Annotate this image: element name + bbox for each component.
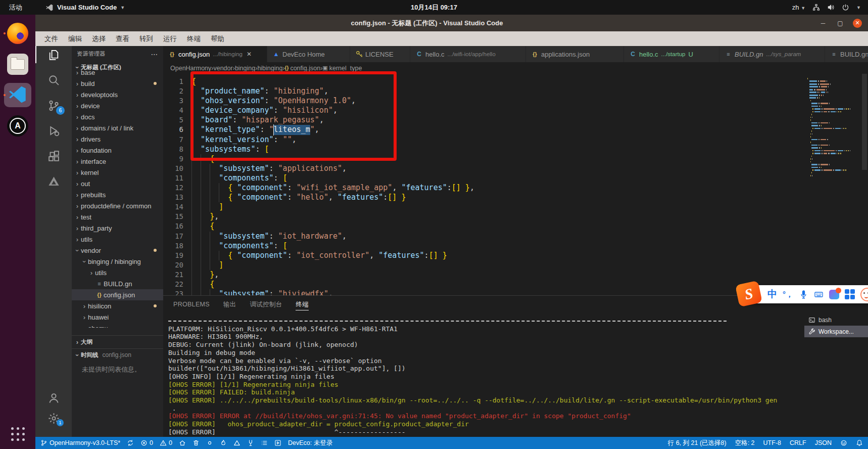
- terminal-session-Workspace[interactable]: Workspace...: [804, 326, 868, 337]
- status-tri[interactable]: [233, 439, 240, 446]
- status-0[interactable]: 0: [140, 439, 153, 446]
- status-bell[interactable]: [856, 439, 863, 446]
- ime-emoji-icon[interactable]: [860, 288, 868, 301]
- close-button[interactable]: ✕: [853, 19, 862, 28]
- app-menu-button[interactable]: Visual Studio Code ▼: [45, 4, 125, 12]
- status-circle[interactable]: [206, 439, 213, 446]
- microphone-icon[interactable]: [799, 290, 808, 299]
- network-icon[interactable]: [812, 4, 820, 11]
- panel-tab-PROBLEMS[interactable]: PROBLEMS: [173, 296, 210, 313]
- tab-LICENSE-2[interactable]: LICENSE: [350, 46, 410, 62]
- tree-item-out[interactable]: ›out: [72, 178, 163, 189]
- ime-mode-toggle[interactable]: 中: [767, 288, 777, 301]
- tree-item-third_party[interactable]: ›third_party: [72, 222, 163, 234]
- run-debug-activity-button[interactable]: [35, 124, 72, 137]
- breadcrumb-item-OpenHarmony[interactable]: OpenHarmony: [170, 65, 211, 72]
- outline-section-header[interactable]: ›大纲: [72, 335, 163, 348]
- search-activity-button[interactable]: [35, 73, 72, 86]
- dock-vscode[interactable]: [4, 83, 31, 107]
- tree-item-kernel[interactable]: ›kernel: [72, 167, 163, 178]
- tab-hello-c-3[interactable]: Chello.c.../wifi-iot/app/hello: [410, 46, 526, 62]
- breadcrumb-item-vendor[interactable]: vendor: [213, 65, 232, 72]
- dock-a-app[interactable]: A: [4, 114, 31, 138]
- breadcrumb-item-kernel_type[interactable]: ▣kernel_type: [322, 65, 362, 72]
- tree-item-base[interactable]: ›base: [72, 67, 163, 78]
- dock-firefox[interactable]: [4, 21, 31, 46]
- status-CRLF[interactable]: CRLF: [790, 439, 806, 446]
- deveco-activity-button[interactable]: [35, 174, 72, 188]
- breadcrumb-item-binging[interactable]: binging: [235, 65, 255, 72]
- status-0[interactable]: 0: [160, 439, 172, 446]
- terminal-session-bash[interactable]: bash: [804, 314, 868, 326]
- keyboard-icon[interactable]: [814, 290, 824, 299]
- tab-config-json-0[interactable]: {}config.json.../hibinging✕: [163, 46, 267, 62]
- tab-BUILD-gn-7[interactable]: ≡BUILD.gn.../: [825, 46, 868, 62]
- tab-hello-c-5[interactable]: Chello.c.../startupU: [624, 46, 719, 62]
- status-trash[interactable]: [192, 439, 200, 446]
- status-UTF-8[interactable]: UTF-8: [763, 439, 781, 446]
- tab-applications-json-4[interactable]: {}applications.json: [526, 46, 624, 62]
- more-actions-icon[interactable]: ⋯: [151, 50, 158, 58]
- power-icon[interactable]: [842, 4, 849, 11]
- menu-选择[interactable]: 选择: [87, 34, 111, 43]
- panel-tab-终端[interactable]: 终端: [296, 296, 309, 313]
- close-tab-icon[interactable]: ✕: [247, 51, 252, 58]
- title-bar[interactable]: config.json - 无标题 (工作区) - Visual Studio …: [35, 15, 868, 31]
- tree-item-productdefine-common[interactable]: ›productdefine / common: [72, 200, 163, 211]
- menu-编辑[interactable]: 编辑: [63, 34, 87, 43]
- tree-item-config-json[interactable]: {}config.json: [72, 289, 163, 300]
- tree-item-utils[interactable]: ›utils: [72, 267, 163, 278]
- code-editor[interactable]: 1{2 "product_name": "hibinging",3 "ohos_…: [163, 74, 868, 295]
- tree-item-drivers[interactable]: ›drivers: [72, 133, 163, 145]
- system-menu-caret-icon[interactable]: ▼: [856, 5, 861, 10]
- ime-skin-icon[interactable]: [829, 290, 839, 299]
- tree-item-utils[interactable]: ›utils: [72, 234, 163, 245]
- tree-item-binging-hibinging[interactable]: ›binging / hibinging: [72, 256, 163, 267]
- tree-item-foundation[interactable]: ›foundation: [72, 145, 163, 156]
- menu-帮助[interactable]: 帮助: [206, 34, 229, 43]
- minimap[interactable]: [807, 78, 860, 177]
- settings-button[interactable]: 1: [35, 412, 72, 425]
- tree-item-test[interactable]: ›test: [72, 211, 163, 222]
- clock[interactable]: 10月14日 09:17: [411, 3, 457, 12]
- tree-item-huawei[interactable]: ›huawei: [72, 311, 163, 323]
- breadcrumb[interactable]: OpenHarmony›vendor›binging›hibinging›{}c…: [163, 62, 868, 74]
- status-OpenHarmony-v3-0-LTS-[interactable]: OpenHarmony-v3.0-LTS*: [40, 439, 120, 446]
- language-indicator[interactable]: zh ▼: [792, 4, 805, 11]
- tree-item-build[interactable]: ›build: [72, 78, 163, 89]
- status-flame[interactable]: [220, 439, 227, 446]
- status--6-21-8-[interactable]: 行 6, 列 21 (已选择8): [668, 439, 727, 447]
- tree-item-hisilicon[interactable]: ›hisilicon: [72, 300, 163, 311]
- timeline-section-header[interactable]: ›时间线config.json: [72, 348, 163, 361]
- minimize-button[interactable]: ─: [818, 19, 828, 28]
- extensions-activity-button[interactable]: [35, 149, 72, 162]
- terminal-output[interactable]: PLATFORM: HiSilicon_Riscv 0.0.1+400.5f4d…: [168, 317, 803, 436]
- menu-终端[interactable]: 终端: [182, 34, 206, 43]
- status-home[interactable]: [179, 439, 186, 446]
- panel-tab-输出[interactable]: 输出: [223, 296, 236, 313]
- explorer-activity-button[interactable]: [35, 48, 72, 61]
- activities-button[interactable]: 活动: [0, 3, 31, 12]
- status-probe[interactable]: [247, 439, 254, 446]
- menu-转到[interactable]: 转到: [134, 34, 158, 43]
- breadcrumb-item-config.json[interactable]: {}config.json: [285, 65, 321, 72]
- ime-apps-grid-icon[interactable]: [845, 289, 855, 299]
- sogou-logo-icon[interactable]: S: [735, 281, 762, 307]
- account-button[interactable]: [35, 391, 72, 405]
- tab-DevEco-Home-1[interactable]: ▲DevEco Home: [267, 46, 350, 62]
- status-fb[interactable]: [840, 439, 847, 446]
- editor-scrollbar[interactable]: [862, 74, 867, 170]
- tree-item-prebuilts[interactable]: ›prebuilts: [72, 189, 163, 200]
- volume-icon[interactable]: [827, 4, 835, 11]
- status-list[interactable]: [261, 439, 268, 446]
- tree-item-developtools[interactable]: ›developtools: [72, 89, 163, 100]
- tab-BUILD-gn-6[interactable]: ≡BUILD.gn.../sys_param: [719, 46, 825, 62]
- breadcrumb-item-hibinging[interactable]: hibinging: [257, 65, 282, 72]
- tree-item-docs[interactable]: ›docs: [72, 111, 163, 122]
- tree-item-domains-iot-link[interactable]: ›domains / iot / link: [72, 122, 163, 133]
- dock-files[interactable]: [4, 52, 31, 76]
- menu-查看[interactable]: 查看: [111, 34, 134, 43]
- tree-item-BUILD-gn[interactable]: ≡BUILD.gn: [72, 278, 163, 289]
- show-applications-button[interactable]: [11, 427, 25, 441]
- status-runbox[interactable]: [274, 439, 281, 446]
